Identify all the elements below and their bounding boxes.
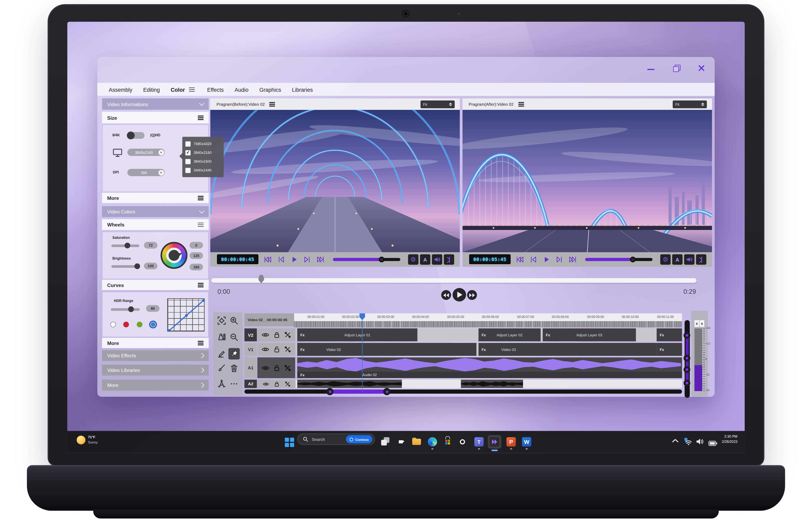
track-v1-label[interactable]: V1 (244, 343, 257, 356)
trash-tool-icon[interactable] (230, 364, 238, 372)
play-icon[interactable] (543, 256, 549, 263)
preview-before-video[interactable] (210, 110, 460, 252)
menu-effects[interactable]: Effects (207, 86, 224, 93)
scroll-handle-left[interactable] (326, 388, 333, 395)
settings-button[interactable]: ⚙ (408, 255, 419, 265)
channel-blue-selected[interactable] (149, 321, 157, 328)
weather-temp[interactable]: 71°F (88, 435, 95, 439)
clip-adjust-layer-02[interactable]: FxAdjust Layer 02 (479, 328, 541, 341)
seek-bar[interactable] (211, 278, 696, 283)
weather-condition[interactable]: Sunny (88, 440, 98, 444)
checkbox-unchecked[interactable] (185, 167, 190, 173)
channel-green[interactable] (137, 322, 142, 327)
clip-v2-tail[interactable]: Fx (656, 328, 682, 341)
vslider-handle[interactable] (684, 355, 690, 362)
play-icon[interactable] (291, 256, 297, 263)
sidebar-item-video-effects[interactable]: Video Effects (102, 350, 209, 361)
slider-knob[interactable] (135, 264, 140, 269)
dpi-field[interactable]: 300 + (127, 169, 165, 176)
restore-button[interactable] (673, 65, 680, 72)
next-frame-icon[interactable] (556, 256, 563, 263)
zoom-in-tool-icon[interactable] (230, 317, 238, 325)
menu-graphics[interactable]: Graphics (259, 86, 281, 93)
audio-track-button[interactable]: A (672, 255, 683, 265)
solo-right-button[interactable]: s (700, 320, 704, 327)
speaker-button[interactable] (684, 255, 694, 265)
skip-start-icon[interactable] (264, 256, 271, 263)
progress-knob[interactable] (379, 257, 384, 262)
track-a2-label[interactable]: A2 (244, 380, 257, 388)
prev-frame-icon[interactable] (278, 256, 284, 263)
scroll-handle-right[interactable] (383, 388, 390, 395)
checkbox-checked[interactable]: ✓ (185, 150, 190, 155)
clip-video-03[interactable]: FxVideo 03 (479, 343, 657, 356)
skip-start-icon[interactable] (516, 256, 524, 263)
split-button[interactable] (696, 255, 706, 265)
prev-frame-icon[interactable] (530, 256, 536, 263)
preview-before-fit-select[interactable]: Fit (421, 101, 455, 108)
resolution-option[interactable]: 3440x1440 (185, 166, 221, 175)
resolution-option[interactable]: 3840x1600 (185, 157, 221, 166)
word-icon[interactable]: W (522, 437, 531, 447)
sidebar-item-video-libraries[interactable]: Video Libraries (102, 365, 209, 376)
tools-icon[interactable] (285, 381, 290, 387)
speaker-button[interactable] (432, 255, 442, 265)
more-tools-icon[interactable] (230, 380, 238, 388)
panel-wheels-header[interactable]: Wheels (102, 219, 209, 230)
timeline-hscrollbar[interactable] (244, 389, 682, 394)
next-frame-icon[interactable] (304, 256, 310, 263)
resolution-field[interactable]: 3840x2160 + (127, 149, 165, 156)
panel-curves-header[interactable]: Curves (102, 280, 209, 290)
panel-video-colors[interactable]: Video Colors (102, 206, 209, 217)
zoom-out-tool-icon[interactable] (230, 333, 238, 341)
skip-end-icon[interactable] (317, 256, 324, 263)
sidebar-item-more[interactable]: More (102, 380, 209, 390)
minimize-button[interactable] (647, 69, 654, 70)
resolution-option-selected[interactable]: ✓ 3840x2160 (185, 148, 221, 157)
preview-progress[interactable] (585, 258, 653, 261)
vslider-handle[interactable] (684, 380, 690, 386)
battery-icon[interactable] (709, 439, 717, 448)
skip-end-icon[interactable] (569, 256, 576, 263)
brush-tool-icon[interactable] (218, 364, 226, 372)
plus-icon[interactable]: + (158, 149, 164, 155)
focus-tool-icon[interactable] (218, 317, 226, 325)
timeline-tick-strip[interactable] (294, 321, 682, 327)
fx-badge[interactable]: Fx (482, 347, 486, 351)
hdr-range-slider[interactable] (111, 308, 140, 310)
eye-icon[interactable] (262, 382, 269, 386)
clip-a2-2[interactable] (461, 380, 523, 388)
speaker-icon[interactable] (696, 438, 704, 447)
slider-knob[interactable] (128, 306, 134, 313)
lock-closed-icon[interactable] (273, 332, 280, 338)
brightness-slider[interactable] (111, 265, 139, 267)
fx-badge[interactable]: Fx (300, 347, 304, 351)
eye-icon[interactable] (262, 365, 269, 371)
preview-progress[interactable] (333, 258, 400, 261)
menu-editing[interactable]: Editing (143, 86, 160, 93)
timeline-ruler[interactable]: 00:00:01:00 00:00:02:00 00:00:03:00 00:0… (294, 313, 682, 321)
eye-icon[interactable] (262, 346, 269, 352)
pencil-tool-icon[interactable] (218, 349, 226, 358)
resolution-option[interactable]: 7680x4320 (185, 139, 221, 148)
wifi-shield-icon[interactable] (684, 437, 693, 448)
clock[interactable]: 2:30 PM 2/28/2023 (722, 434, 737, 444)
eye-icon[interactable] (262, 332, 269, 338)
clip-a2-1[interactable] (297, 380, 402, 388)
color-wheel[interactable] (160, 242, 187, 269)
split-button[interactable] (444, 255, 454, 265)
lock-closed-icon[interactable] (274, 381, 280, 387)
panel-more-top[interactable]: More (102, 193, 209, 203)
vslider-handle[interactable] (684, 332, 690, 339)
resolution-mode-toggle[interactable] (127, 132, 144, 139)
search-box[interactable]: Search Contoso (297, 434, 375, 445)
track-a1-label[interactable]: A1 (244, 357, 257, 378)
menu-libraries[interactable]: Libraries (292, 86, 313, 93)
menu-audio[interactable]: Audio (235, 86, 248, 93)
saturation-slider[interactable] (111, 244, 139, 247)
fx-badge[interactable]: Fx (660, 347, 664, 351)
rewind-button[interactable] (441, 290, 451, 300)
menu-color[interactable]: Color (170, 86, 185, 93)
contoso-badge[interactable]: Contoso (346, 435, 372, 443)
track-v2-label[interactable]: V2 (244, 328, 257, 341)
